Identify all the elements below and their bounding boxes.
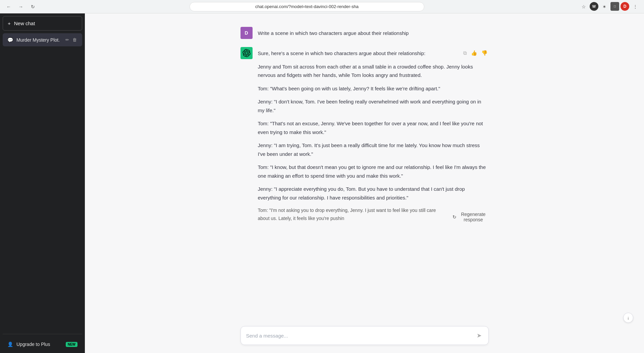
assistant-message-row: Sure, here's a scene in which two charac…	[240, 47, 489, 227]
para-6: Tom: "I know, but that doesn't mean you …	[258, 163, 489, 180]
thumbdown-button[interactable]: 👎	[480, 49, 489, 57]
send-button[interactable]: ➤	[475, 330, 483, 341]
message-wrapper: D Write a scene in which two characters …	[240, 21, 489, 241]
forward-button[interactable]: →	[16, 2, 25, 11]
para-3: Jenny: "I don't know, Tom. I've been fee…	[258, 97, 489, 115]
edit-chat-button[interactable]: ✏	[65, 37, 70, 43]
user-avatar: D	[240, 27, 253, 39]
new-badge: NEW	[66, 342, 77, 347]
reload-button[interactable]: ↻	[28, 2, 38, 11]
regenerate-area: Tom: "I'm not asking you to drop everyth…	[258, 207, 489, 227]
chat-area[interactable]: D Write a scene in which two characters …	[85, 13, 644, 353]
regenerate-icon: ↻	[452, 214, 457, 220]
input-container: ➤	[240, 326, 489, 345]
assistant-avatar	[240, 47, 253, 59]
sidebar: + New chat 💬 Murder Mystery Plot. ✏ 🗑 👤 …	[0, 13, 85, 353]
delete-chat-button[interactable]: 🗑	[72, 37, 77, 43]
copy-button[interactable]: ⧉	[462, 49, 468, 57]
new-chat-button[interactable]: + New chat	[3, 16, 82, 31]
chat-list-item[interactable]: 💬 Murder Mystery Plot. ✏ 🗑	[3, 33, 82, 46]
thumbup-button[interactable]: 👍	[470, 49, 478, 57]
para-5: Jenny: "I am trying, Tom. It's just been…	[258, 141, 489, 158]
more-button[interactable]: ⋮	[631, 2, 640, 11]
ext2[interactable]: ✶	[600, 2, 609, 11]
ext3[interactable]: □	[610, 2, 619, 11]
para-4: Tom: "That's not an excuse, Jenny. We've…	[258, 119, 489, 136]
user-message-content: Write a scene in which two characters ar…	[258, 27, 489, 39]
chat-item-label: Murder Mystery Plot.	[16, 37, 61, 43]
user-message-row: D Write a scene in which two characters …	[240, 27, 489, 39]
address-bar[interactable]: chat.openai.com/?model=text-davinci-002-…	[190, 2, 424, 11]
bookmark-button[interactable]: ☆	[579, 2, 588, 11]
app-layout: + New chat 💬 Murder Mystery Plot. ✏ 🗑 👤 …	[0, 13, 644, 353]
url-text: chat.openai.com/?model=text-davinci-002-…	[194, 4, 420, 9]
message-input[interactable]	[246, 333, 475, 339]
assistant-message-content: Sure, here's a scene in which two charac…	[258, 47, 489, 227]
user-prompt-text: Write a scene in which two characters ar…	[258, 29, 489, 38]
ext1[interactable]: W	[590, 2, 598, 11]
regenerate-button[interactable]: ↻ Regenerate response	[452, 212, 489, 222]
para-1: Jenny and Tom sit across from each other…	[258, 62, 489, 80]
main-content: D Write a scene in which two characters …	[85, 13, 644, 353]
upgrade-label: Upgrade to Plus	[16, 342, 50, 347]
browser-actions: ☆ W ✶ □ D ⋮	[579, 2, 640, 11]
para-8: Tom: "I'm not asking you to drop everyth…	[258, 207, 447, 223]
sidebar-bottom: 👤 Upgrade to Plus NEW	[3, 334, 82, 350]
para-2: Tom: "What's been going on with us latel…	[258, 84, 489, 93]
input-area: ➤	[85, 321, 644, 353]
new-chat-icon: +	[8, 20, 11, 26]
back-button[interactable]: ←	[4, 2, 13, 11]
chat-item-icon: 💬	[7, 37, 13, 43]
assistant-intro: Sure, here's a scene in which two charac…	[258, 49, 489, 58]
browser-chrome: ← → ↻ chat.openai.com/?model=text-davinc…	[0, 0, 644, 13]
upgrade-icon: 👤	[7, 342, 13, 347]
upgrade-button[interactable]: 👤 Upgrade to Plus NEW	[3, 338, 82, 350]
new-chat-label: New chat	[14, 20, 35, 26]
profile-avatar[interactable]: D	[621, 2, 629, 11]
para-7: Jenny: "I appreciate everything you do, …	[258, 185, 489, 202]
message-actions: ⧉ 👍 👎	[462, 49, 489, 57]
chat-item-actions: ✏ 🗑	[65, 37, 77, 43]
regenerate-label: Regenerate response	[458, 212, 489, 222]
